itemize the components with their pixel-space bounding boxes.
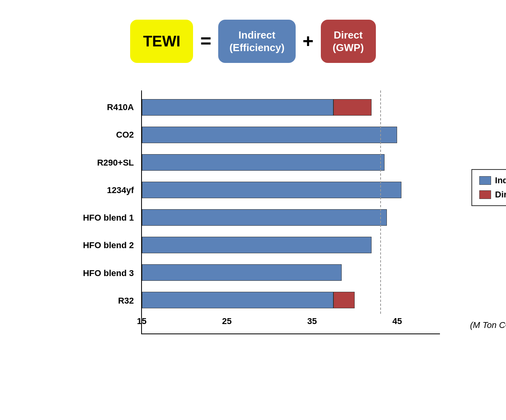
bar-indirect xyxy=(142,209,387,226)
equals-sign: = xyxy=(200,32,211,51)
bars-container xyxy=(142,90,440,314)
equation-header: TEWI = Indirect(Efficiency) + Direct(GWP… xyxy=(130,20,375,63)
x-axis: 15253545 xyxy=(142,314,440,333)
direct-swatch xyxy=(479,190,491,199)
bar-indirect xyxy=(142,127,397,143)
chart-legend: Indirect Direct xyxy=(471,169,506,206)
bar-row-hfo-blend-3 xyxy=(142,262,440,284)
tewi-box: TEWI xyxy=(130,20,193,63)
direct-label: Direct(GWP) xyxy=(333,29,364,54)
y-label-hfo-blend-3: HFO blend 3 xyxy=(66,260,134,287)
chart-inner: 15253545 (M Ton CO₂) xyxy=(141,90,440,334)
bar-row-r32 xyxy=(142,289,440,311)
y-label-r410a: R410A xyxy=(66,94,134,121)
x-tick-15: 15 xyxy=(137,316,146,326)
tewi-label: TEWI xyxy=(143,33,180,50)
bar-row-r410a xyxy=(142,96,440,118)
bar-indirect xyxy=(142,292,333,308)
bar-row-hfo-blend-1 xyxy=(142,206,440,228)
y-label-r32: R32 xyxy=(66,287,134,314)
legend-indirect: Indirect xyxy=(479,175,506,186)
indirect-label: Indirect(Efficiency) xyxy=(229,29,284,54)
bar-row-hfo-blend-2 xyxy=(142,234,440,256)
indirect-swatch xyxy=(479,176,491,185)
bar-direct xyxy=(333,99,372,116)
legend-direct-label: Direct xyxy=(495,190,506,200)
reference-line xyxy=(380,90,381,314)
plus-sign: + xyxy=(303,32,314,51)
y-label-hfo-blend-1: HFO blend 1 xyxy=(66,204,134,231)
bar-indirect xyxy=(142,154,385,171)
bar-indirect xyxy=(142,182,402,198)
y-label-1234yf: 1234yf xyxy=(66,177,134,204)
y-label-r290+sl: R290+SL xyxy=(66,149,134,176)
x-tick-45: 45 xyxy=(392,316,402,326)
bar-row-co2 xyxy=(142,124,440,146)
bar-indirect xyxy=(142,264,342,281)
bar-indirect xyxy=(142,237,372,253)
y-label-co2: CO2 xyxy=(66,122,134,148)
y-axis-labels: R410ACO2R290+SL1234yfHFO blend 1HFO blen… xyxy=(66,90,141,334)
bar-row-1234yf xyxy=(142,179,440,201)
direct-box: Direct(GWP) xyxy=(321,20,376,63)
y-label-hfo-blend-2: HFO blend 2 xyxy=(66,232,134,259)
chart-area: R410ACO2R290+SL1234yfHFO blend 1HFO blen… xyxy=(66,90,440,334)
legend-indirect-label: Indirect xyxy=(495,175,506,186)
x-tick-25: 25 xyxy=(222,316,232,326)
x-axis-unit: (M Ton CO₂) xyxy=(470,320,506,330)
indirect-box: Indirect(Efficiency) xyxy=(218,20,295,63)
legend-direct: Direct xyxy=(479,190,506,200)
bar-row-r290+sl xyxy=(142,151,440,173)
bar-direct xyxy=(333,292,355,308)
bar-indirect xyxy=(142,99,333,116)
x-tick-35: 35 xyxy=(307,316,316,326)
